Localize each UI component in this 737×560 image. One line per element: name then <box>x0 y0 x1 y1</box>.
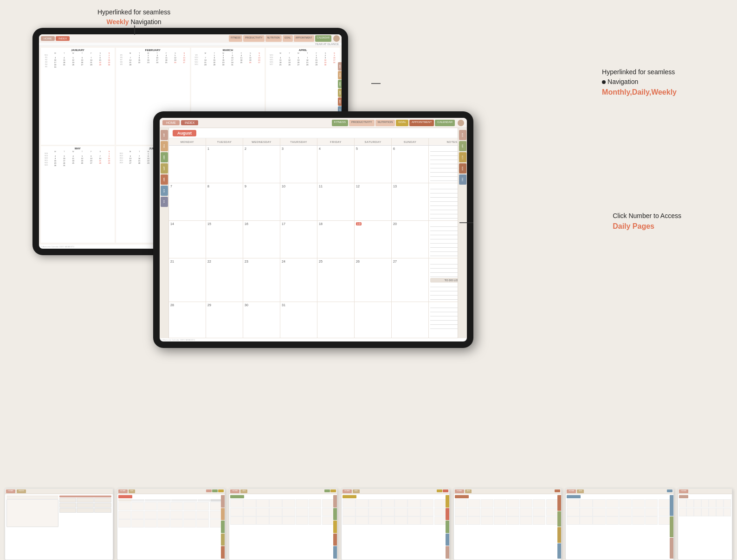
large-planner-header: HOME INDEX FITNESS PRODUCTIVITY NUTRITIO… <box>160 118 467 128</box>
cal-cell-sat-4[interactable]: 26 <box>355 258 392 302</box>
cal-cell-mon-5[interactable]: 28 <box>169 302 206 338</box>
lp-right-dec[interactable]: DEC <box>459 174 466 185</box>
right-annotation-title: Hyperlinked for seamless <box>602 68 675 76</box>
table-row: 14 15 16 17 18 19 20 <box>169 221 458 258</box>
small-copyright: © Awesome Calendar VERY MEMENTO <box>41 245 74 248</box>
table-row: 28 29 30 31 <box>169 302 458 338</box>
cal-cell-fri-1[interactable]: 4 <box>317 146 355 183</box>
cal-cell-thu-3[interactable]: 17 <box>280 221 317 258</box>
large-left-sidebar: JAN FEB MAR APR MAY JUN JUL <box>160 128 169 338</box>
small-ntab-fitness[interactable]: FITNESS <box>229 35 242 42</box>
cal-cell-fri-4[interactable]: 25 <box>317 258 355 302</box>
lp-side-jul[interactable]: JUL <box>161 197 168 207</box>
lp-ntab-appointment[interactable]: APPOINTMENT <box>409 120 434 126</box>
col-wednesday: WEDNESDAY <box>243 138 280 145</box>
lp-right-sep[interactable]: SEP <box>459 141 466 151</box>
lp-side-feb[interactable]: FEB <box>161 141 168 151</box>
lp-nav-tabs: FITNESS PRODUCTIVITY NUTRITION GOAL APPO… <box>332 120 464 126</box>
cal-cell-mon-4[interactable]: 21 <box>169 258 206 302</box>
cal-cell-thu-5[interactable]: 31 <box>280 302 317 338</box>
cal-cell-wed-5[interactable]: 30 <box>243 302 280 338</box>
right-annotation-subtitle: Navigation <box>608 78 638 85</box>
small-side-may[interactable]: MAY <box>338 97 342 106</box>
lp-tab-home[interactable]: HOME <box>162 120 180 125</box>
large-planner: HOME INDEX FITNESS PRODUCTIVITY NUTRITIO… <box>160 118 467 341</box>
cal-cell-wed-1[interactable]: 2 <box>243 146 280 183</box>
cal-cell-fri-2[interactable]: 11 <box>317 183 355 220</box>
cal-notes-4: TO DO LIST <box>429 258 458 302</box>
cal-cell-fri-5[interactable] <box>317 302 355 338</box>
cal-notes-2 <box>429 183 458 220</box>
calendar-column-headers: MONDAY TUESDAY WEDNESDAY THURSDAY FRIDAY… <box>169 138 458 146</box>
cal-notes-5 <box>429 302 458 338</box>
cal-cell-tue-1[interactable]: 1 <box>206 146 243 183</box>
cal-cell-mon-1[interactable] <box>169 146 206 183</box>
cal-cell-wed-4[interactable]: 23 <box>243 258 280 302</box>
cal-cell-sun-3[interactable]: 20 <box>392 221 429 258</box>
top-annotation-title: Hyperlinked for seamless <box>97 8 170 16</box>
thumbnail-6: HOME IDX <box>565 488 674 560</box>
thumbnail-2: HOME IDX <box>117 488 226 560</box>
lp-ntab-calendar[interactable]: CALENDAR <box>435 120 455 126</box>
col-tuesday: TUESDAY <box>206 138 243 145</box>
lp-side-jun[interactable]: JUN <box>161 186 168 196</box>
cal-cell-tue-4[interactable]: 22 <box>206 258 243 302</box>
small-ntab-appointment[interactable]: APPOINTMENT <box>294 35 314 42</box>
table-row: 1 2 3 4 5 6 <box>169 146 458 183</box>
calendar-rows: 1 2 3 4 5 6 <box>169 146 458 338</box>
month-january: JANUARY MTWTFSS W5112 W13456789 W2101112… <box>41 48 115 145</box>
cal-cell-wed-3[interactable]: 16 <box>243 221 280 258</box>
cal-cell-thu-2[interactable]: 10 <box>280 183 317 220</box>
thumbnail-3: HOME IDX <box>229 488 337 560</box>
lp-ntab-productivity[interactable]: PRODUCTIVITY <box>349 120 375 126</box>
lp-ntab-goal[interactable]: GOAL <box>396 120 408 126</box>
lp-side-jan[interactable]: JAN <box>161 130 168 140</box>
cal-cell-sat-5[interactable] <box>355 302 392 338</box>
small-ntab-productivity[interactable]: PRODUCTIVITY <box>243 35 264 42</box>
lp-side-may[interactable]: MAY <box>161 174 168 185</box>
cal-cell-sun-2[interactable]: 13 <box>392 183 429 220</box>
cal-cell-sat-3[interactable]: 19 <box>355 221 392 258</box>
lp-side-apr[interactable]: APR <box>161 163 168 174</box>
small-ntab-calendar[interactable]: CALENDAR <box>315 35 331 42</box>
lp-right-nov[interactable]: NOV <box>459 163 466 174</box>
small-tab-home[interactable]: HOME <box>41 36 55 41</box>
small-side-feb[interactable]: FEB <box>338 71 342 79</box>
small-side-jan[interactable]: JAN <box>338 62 342 71</box>
thumbnail-7: HOME <box>678 488 732 560</box>
col-friday: FRIDAY <box>317 138 355 145</box>
cal-cell-wed-2[interactable]: 9 <box>243 183 280 220</box>
small-settings-icon[interactable] <box>333 35 340 42</box>
cal-cell-sun-4[interactable]: 27 <box>392 258 429 302</box>
cal-cell-thu-1[interactable]: 3 <box>280 146 317 183</box>
lp-settings-icon[interactable] <box>458 120 464 126</box>
lp-tab-index[interactable]: INDEX <box>181 120 198 125</box>
small-tab-index[interactable]: INDEX <box>56 36 70 41</box>
small-ntab-nutrition[interactable]: NUTRITION <box>265 35 282 42</box>
cal-cell-sun-5[interactable] <box>392 302 429 338</box>
cal-cell-mon-3[interactable]: 14 <box>169 221 206 258</box>
cal-cell-tue-5[interactable]: 29 <box>206 302 243 338</box>
table-row: 7 8 9 10 11 12 13 <box>169 183 458 221</box>
cal-cell-tue-2[interactable]: 8 <box>206 183 243 220</box>
cal-cell-tue-3[interactable]: 15 <box>206 221 243 258</box>
small-side-apr[interactable]: APR <box>338 89 342 97</box>
lp-right-oct[interactable]: OCT <box>459 152 466 162</box>
lp-ntab-nutrition[interactable]: NUTRITION <box>375 120 395 126</box>
small-side-mar[interactable]: MAR <box>338 80 342 88</box>
cal-cell-sat-1[interactable]: 5 <box>355 146 392 183</box>
top-annotation-suffix: Navigation <box>129 18 162 26</box>
lp-ntab-fitness[interactable]: FITNESS <box>332 120 348 126</box>
todo-list-button[interactable]: TO DO LIST <box>430 278 458 283</box>
cal-cell-sat-2[interactable]: 12 <box>355 183 392 220</box>
cal-cell-sun-1[interactable]: 6 <box>392 146 429 183</box>
cal-cell-fri-3[interactable]: 18 <box>317 221 355 258</box>
lp-right-aug[interactable]: AUG <box>459 130 466 140</box>
bottom-annotation-highlight: Daily Pages <box>613 222 654 230</box>
top-annotation-highlight: Weekly <box>107 18 129 26</box>
cal-cell-mon-2[interactable]: 7 <box>169 183 206 220</box>
cal-cell-thu-4[interactable]: 24 <box>280 258 317 302</box>
small-ntab-goal[interactable]: GOAL <box>283 35 293 42</box>
small-nav-tabs: FITNESS PRODUCTIVITY NUTRITION GOAL APPO… <box>229 35 340 42</box>
lp-side-mar[interactable]: MAR <box>161 152 168 162</box>
